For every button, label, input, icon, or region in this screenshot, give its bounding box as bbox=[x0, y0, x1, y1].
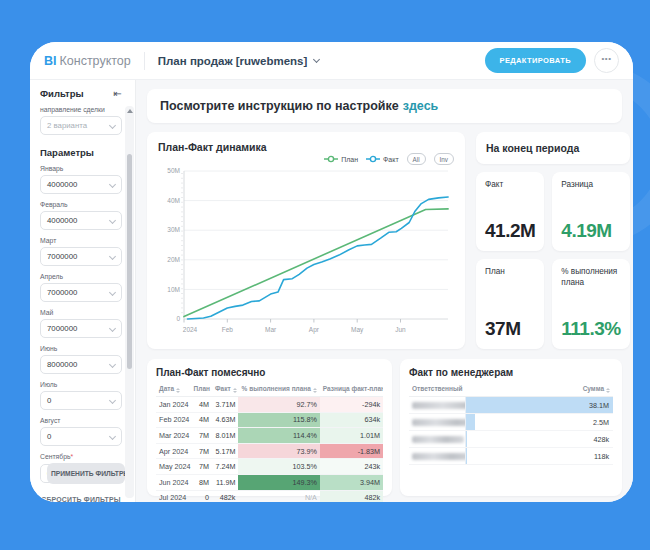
stat-value: 41.2M bbox=[485, 220, 535, 242]
chevron-down-icon bbox=[109, 180, 116, 187]
scroll-up-icon[interactable] bbox=[127, 109, 133, 113]
cell-plan: 0 bbox=[191, 490, 212, 502]
cell-fact: 4.63M bbox=[212, 412, 238, 428]
month-value-select[interactable]: 7000000 bbox=[40, 283, 122, 302]
banner-text: Посмотрите инструкцию по настройке bbox=[160, 99, 399, 113]
filters-sidebar: Фильтры ⇤ направление сделки 2 варианта … bbox=[30, 80, 136, 502]
table-row: Jan 20244M3.71M92.7%-294k bbox=[156, 397, 383, 413]
svg-text:30M: 30M bbox=[167, 226, 180, 233]
cell-date: Jun 2024 bbox=[156, 474, 191, 490]
stat-card: % выполнения плана111.3% bbox=[552, 259, 629, 349]
reset-filters-button[interactable]: СБРОСИТЬ ФИЛЬТРЫ bbox=[41, 496, 120, 502]
chevron-down-icon bbox=[109, 432, 116, 439]
svg-text:10M: 10M bbox=[167, 286, 180, 293]
column-header[interactable]: Ответственный bbox=[409, 382, 465, 397]
column-header[interactable]: Разница факт-план bbox=[320, 382, 383, 397]
month-value-select[interactable]: 7000000 bbox=[40, 319, 122, 338]
month-value-select[interactable]: 7000000 bbox=[40, 247, 122, 266]
chart-zoom-button[interactable]: Inv bbox=[434, 153, 454, 165]
column-header[interactable]: % выполнения плана bbox=[238, 382, 319, 397]
stat-card: Разница4.19M bbox=[552, 172, 629, 251]
stat-value: 4.19M bbox=[561, 220, 620, 242]
plan-line bbox=[184, 209, 448, 317]
table-row: Mar 20247M8.01M114.4%1.01M bbox=[156, 428, 383, 444]
plan-fact-dynamics-card: План-Факт динамика ПланФактAllInv 010M20… bbox=[147, 132, 465, 349]
stat-label: Разница bbox=[561, 180, 620, 191]
svg-text:Jun: Jun bbox=[395, 326, 406, 333]
cell-fact: 482k bbox=[212, 490, 238, 502]
month-value-select[interactable]: 8000000 bbox=[40, 355, 122, 374]
cell-manager-redacted bbox=[409, 431, 465, 448]
cell-plan: 4M bbox=[191, 397, 212, 413]
dashboard-title: План продаж [ruwebmens] bbox=[158, 55, 308, 67]
chart-legend: ПланФактAllInv bbox=[324, 153, 454, 165]
blurred-name bbox=[412, 402, 465, 409]
window-body: Фильтры ⇤ направление сделки 2 варианта … bbox=[30, 80, 633, 502]
collapse-sidebar-icon[interactable]: ⇤ bbox=[114, 89, 122, 99]
cell-date: Apr 2024 bbox=[156, 443, 191, 459]
more-options-button[interactable]: ••• bbox=[594, 48, 619, 73]
svg-text:20M: 20M bbox=[167, 256, 180, 263]
cell-diff: 634k bbox=[320, 412, 383, 428]
sort-icon bbox=[233, 388, 237, 393]
table-row: Jun 20248M11.9M149.3%3.94M bbox=[156, 474, 383, 490]
sort-icon bbox=[606, 388, 610, 393]
sort-icon bbox=[313, 388, 317, 393]
plan-fact-line-chart[interactable]: 010M20M30M40M50M2024FebMarAprMayJun bbox=[158, 167, 454, 339]
column-header[interactable]: Сумма bbox=[465, 382, 613, 397]
stat-card: План37M bbox=[476, 259, 544, 349]
cell-sum: 2.5M bbox=[465, 414, 613, 431]
chevron-down-icon bbox=[109, 216, 116, 223]
deal-direction-label: направление сделки bbox=[40, 106, 122, 113]
apply-filters-button[interactable]: ПРИМЕНИТЬ ФИЛЬТРЫ bbox=[47, 463, 125, 484]
chevron-down-icon bbox=[109, 396, 116, 403]
cell-plan: 7M bbox=[191, 443, 212, 459]
column-header[interactable]: Дата bbox=[156, 382, 191, 397]
legend-item[interactable]: План bbox=[324, 155, 358, 163]
monthly-plan-fact-table: ДатаПланФакт% выполнения планаРазница фа… bbox=[156, 382, 383, 502]
monthly-plan-fact-card: План-Факт помесячно ДатаПланФакт% выполн… bbox=[147, 359, 392, 496]
chart-zoom-button[interactable]: All bbox=[407, 153, 426, 165]
chevron-down-icon bbox=[313, 55, 320, 62]
month-value-select[interactable]: 4000000 bbox=[40, 211, 122, 230]
period-stat-cards: Факт41.2MРазница4.19MПлан37M% выполнения… bbox=[476, 172, 630, 349]
deal-direction-select[interactable]: 2 варианта bbox=[40, 116, 122, 135]
table-row: 38.1M bbox=[409, 397, 613, 414]
legend-item[interactable]: Факт bbox=[366, 155, 399, 163]
month-field-label: Июнь bbox=[40, 345, 122, 352]
cell-plan: 4M bbox=[191, 412, 212, 428]
sidebar-scrollbar[interactable] bbox=[125, 106, 134, 498]
month-value-select[interactable]: 0 bbox=[40, 427, 122, 446]
month-value-select[interactable]: 4000000 bbox=[40, 175, 122, 194]
sort-icon bbox=[465, 388, 466, 393]
legend-marker-icon bbox=[366, 155, 380, 163]
svg-text:50M: 50M bbox=[167, 167, 180, 174]
chevron-down-icon bbox=[109, 288, 116, 295]
column-header[interactable]: Факт bbox=[212, 382, 238, 397]
scrollbar-thumb[interactable] bbox=[127, 154, 132, 369]
svg-text:Feb: Feb bbox=[222, 326, 234, 333]
cell-diff: 1.01M bbox=[320, 428, 383, 444]
cell-sum: 118k bbox=[465, 448, 613, 465]
cell-diff: 3.94M bbox=[320, 474, 383, 490]
filters-title: Фильтры bbox=[40, 88, 84, 99]
dashboard-title-dropdown[interactable]: План продаж [ruwebmens] bbox=[158, 55, 320, 67]
month-value-select[interactable]: 0 bbox=[40, 391, 122, 410]
app-window: BIКонструктор План продаж [ruwebmens] РЕ… bbox=[30, 42, 633, 502]
column-header[interactable]: План bbox=[191, 382, 212, 397]
cell-diff: -1.83M bbox=[320, 443, 383, 459]
edit-button[interactable]: РЕДАКТИРОВАТЬ bbox=[485, 48, 587, 73]
month-field-label: Апрель bbox=[40, 273, 122, 280]
cell-fact: 5.17M bbox=[212, 443, 238, 459]
cell-manager-redacted bbox=[409, 397, 465, 414]
september-row: 0 ПРИМЕНИТЬ ФИЛЬТРЫ bbox=[40, 463, 122, 485]
svg-text:May: May bbox=[351, 326, 364, 334]
app-logo: BIКонструктор bbox=[44, 54, 131, 68]
cell-plan: 7M bbox=[191, 428, 212, 444]
table-row: 2.5M bbox=[409, 414, 613, 431]
chevron-down-icon bbox=[109, 324, 116, 331]
stat-label: План bbox=[485, 267, 535, 278]
month-field-label: Январь bbox=[40, 165, 122, 172]
instruction-link[interactable]: здесь bbox=[403, 99, 439, 113]
cell-sum: 38.1M bbox=[465, 397, 613, 414]
